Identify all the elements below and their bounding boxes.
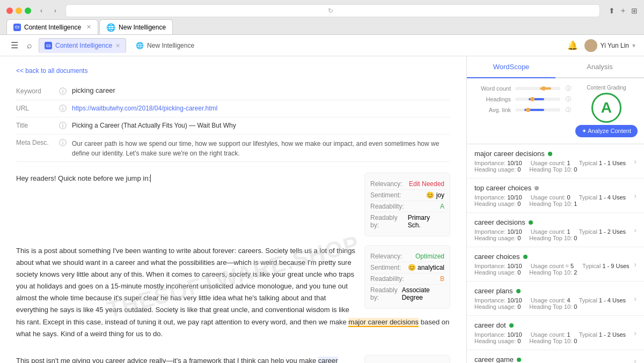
share-button[interactable]: ⬆ (609, 6, 615, 16)
browser-actions: ⬆ ＋ ⊞ (609, 6, 638, 16)
meta-desc-row: Meta Desc. ⓘ Our career path is how we s… (16, 135, 450, 162)
browser-tab-new-intelligence[interactable]: 🌐 New Intelligence (99, 19, 173, 34)
keyword-row: Keyword ⓘ picking career (16, 83, 450, 100)
title-info-icon[interactable]: ⓘ (59, 121, 72, 131)
keyword-item-top-career-choices[interactable]: top career choices Importance: 10/10 Usa… (467, 179, 644, 213)
analyze-content-button[interactable]: ✦ Analyze Content (575, 125, 638, 137)
app-tab-label: Content Intelligence (55, 42, 112, 49)
keyword-meta: Importance: 10/10 Usage count: 1 Typical… (474, 228, 634, 235)
block3-metrics: Relevancy: Optimized Sentiment: 😊 tentat… (364, 355, 450, 363)
word-count-marker (541, 86, 546, 91)
avg-link-marker (526, 108, 530, 112)
typical: Typical 1 - 4 Uses (579, 194, 626, 201)
notification-button[interactable]: 🔔 (567, 40, 578, 50)
headings-info-icon[interactable]: ⓘ (566, 95, 571, 103)
heading-usage: Heading usage: 0 (474, 201, 521, 207)
title-label: Title (16, 121, 59, 129)
new-intelligence-btn[interactable]: 🌐 New Intelligence (130, 40, 200, 51)
analysis-tab[interactable]: Analysis (555, 56, 644, 78)
url-value: https://waitbutwhy.com/2018/04/picking-c… (72, 103, 450, 112)
keyword-list: major career decisions Importance: 10/10… (467, 144, 644, 363)
avg-link-bar (515, 108, 560, 112)
nav-buttons: ‹ › (35, 6, 61, 16)
content-intelligence-tab-close[interactable]: ✕ (86, 24, 91, 31)
avg-link-info-icon[interactable]: ⓘ (566, 106, 571, 114)
wordscope-tab[interactable]: WordScope (467, 56, 555, 78)
editor-wrapper: THESOFTWARE.SHOP Relevancy: Edit Needed … (16, 173, 450, 363)
keyword-main: career dot Importance: 10/10 Usage count… (474, 321, 634, 344)
heading-top10: Heading Top 10: 0 (529, 338, 577, 344)
avg-link-score: Avg. link ⓘ (473, 106, 571, 114)
keyword-main: major career decisions Importance: 10/10… (474, 150, 634, 173)
editor-block-3: Relevancy: Optimized Sentiment: 😊 tentat… (16, 355, 450, 363)
user-menu[interactable]: Yi Yun Lin ▾ (584, 39, 635, 52)
block1-relevancy: Relevancy: Edit Needed (370, 179, 444, 190)
keyword-main: career decisions Importance: 10/10 Usage… (474, 218, 634, 241)
meta-desc-info-icon[interactable]: ⓘ (59, 138, 72, 148)
add-tab-button[interactable]: ＋ (619, 6, 627, 16)
app-tab[interactable]: CI Content Intelligence ✕ (39, 38, 126, 53)
menu-button[interactable]: ☰ (9, 38, 20, 53)
heading-usage: Heading usage: 0 (474, 235, 521, 241)
keyword-dot (517, 358, 521, 362)
keyword-item-career-decisions[interactable]: career decisions Importance: 10/10 Usage… (467, 213, 644, 247)
meta-desc-label: Meta Desc. (16, 138, 59, 146)
search-button[interactable]: ⌕ (25, 39, 34, 53)
block2-readably-by: Readably by: Associate Degree (370, 285, 444, 303)
headings-score: Headings ⓘ (473, 95, 571, 103)
browser-chrome: ‹ › ↻ ⬆ ＋ ⊞ CI Content Intelligence ✕ 🌐 … (0, 0, 644, 35)
typical: Typical 1 - 2 Uses (579, 331, 626, 338)
address-bar[interactable]: ↻ (65, 4, 600, 17)
user-avatar (584, 39, 597, 52)
chevron-right-icon: › (634, 329, 636, 337)
toolbar-right: 🔔 Yi Yun Lin ▾ (567, 39, 635, 52)
chevron-right-icon: › (634, 357, 636, 364)
typical: Typical 1 - 4 Uses (579, 297, 626, 303)
new-intelligence-btn-label: New Intelligence (147, 42, 194, 49)
importance: Importance: 10/10 (474, 160, 522, 166)
maximize-traffic-light[interactable] (25, 8, 31, 14)
block3-relevancy: Relevancy: Optimized (370, 361, 444, 363)
app-tab-close-icon[interactable]: ✕ (115, 42, 120, 49)
right-panel: WordScope Analysis Word count ⓘ Headi (467, 56, 644, 363)
chevron-right-icon: › (634, 157, 636, 166)
usage-count: Usage count: 0 (531, 194, 570, 201)
word-count-score: Word count ⓘ (473, 85, 571, 92)
heading-top10: Heading Top 10: 2 (529, 269, 577, 276)
keyword-dot (523, 255, 528, 259)
keyword-header: major career decisions (474, 150, 634, 158)
block2-readably-by-value: Associate Degree (402, 286, 444, 301)
back-button[interactable]: ‹ (35, 6, 47, 16)
refresh-icon: ↻ (328, 7, 333, 14)
sidebar-button[interactable]: ⊞ (631, 6, 638, 16)
content-intelligence-tab-icon: CI (13, 24, 21, 31)
word-count-info-icon[interactable]: ⓘ (566, 85, 571, 92)
close-traffic-light[interactable] (6, 8, 13, 14)
keyword-item-career-choices[interactable]: career choices Importance: 10/10 Usage c… (467, 247, 644, 281)
title-bar: ‹ › ↻ ⬆ ＋ ⊞ (0, 0, 644, 19)
url-info-icon[interactable]: ⓘ (59, 103, 72, 114)
new-intelligence-btn-icon: 🌐 (136, 42, 144, 49)
headings-bar (515, 98, 560, 101)
scores-row: Word count ⓘ Headings ⓘ (473, 85, 638, 137)
keyword-meta: Importance: 10/10 Usage count: 0 Typical… (474, 194, 634, 201)
keyword-item-career-dot[interactable]: career dot Importance: 10/10 Usage count… (467, 316, 644, 350)
keyword-item-career-plans[interactable]: career plans Importance: 10/10 Usage cou… (467, 281, 644, 316)
keyword-item-major-career-decisions[interactable]: major career decisions Importance: 10/10… (467, 144, 644, 179)
block2-relevancy-value: Optimized (415, 253, 444, 260)
minimize-traffic-light[interactable] (16, 8, 22, 14)
back-link[interactable]: << back to all documents (16, 67, 450, 75)
keyword-item-career-game[interactable]: career game › (467, 350, 644, 363)
importance: Importance: 10/10 (474, 297, 522, 303)
keyword-info-icon[interactable]: ⓘ (59, 86, 72, 97)
usage-count: Usage count: 4 (531, 297, 570, 303)
tabs-bar: CI Content Intelligence ✕ 🌐 New Intellig… (0, 19, 644, 34)
keyword-label: Keyword (16, 86, 59, 95)
forward-button[interactable]: › (49, 6, 61, 16)
browser-tab-content-intelligence[interactable]: CI Content Intelligence ✕ (6, 19, 98, 34)
title-value: Picking a Career (That Actually Fits You… (72, 121, 450, 129)
avg-link-label: Avg. link (473, 107, 511, 113)
heading-top10: Heading Top 10: 0 (529, 303, 577, 310)
grade-circle: A (591, 93, 621, 123)
keyword-meta2: Heading usage: 0 Heading Top 10: 0 (474, 338, 634, 344)
